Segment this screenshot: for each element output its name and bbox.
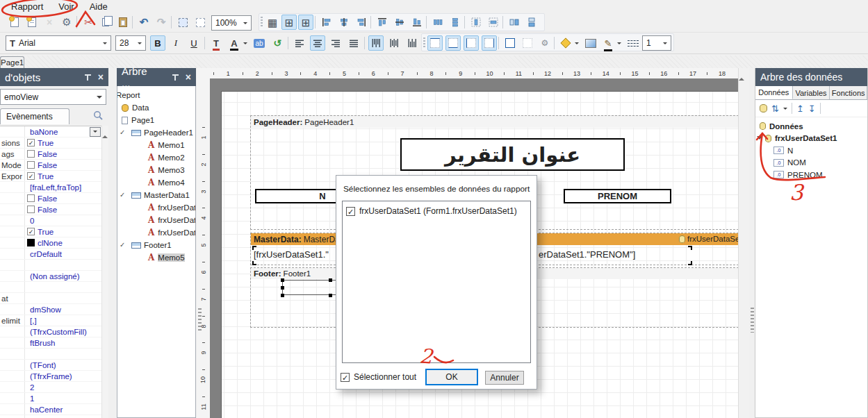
ok-button[interactable]: OK <box>425 369 478 385</box>
splitter-handle[interactable] <box>751 308 754 333</box>
property-row[interactable] <box>0 349 101 360</box>
frame-top-button[interactable] <box>427 35 443 51</box>
property-row[interactable]: haCenter <box>0 404 101 415</box>
delete-page-button[interactable]: × <box>42 15 57 30</box>
checkbox[interactable] <box>27 194 35 202</box>
tree-item[interactable]: Memo5 <box>117 251 195 264</box>
frame-bottom-button[interactable] <box>445 35 461 51</box>
redo-button[interactable]: ↷ <box>154 15 169 30</box>
dataset-listbox[interactable]: frxUserDataSet1 (Form1.frxUserDataSet1) <box>342 201 531 363</box>
text-align-left-button[interactable] <box>292 35 307 51</box>
rotation-button[interactable]: ↺ <box>270 35 285 51</box>
vertical-align-center-button[interactable] <box>386 35 402 51</box>
fill-color-button[interactable]: A <box>227 35 242 51</box>
checkbox[interactable] <box>27 150 35 158</box>
dataset-checkbox[interactable] <box>346 207 355 216</box>
dropdown-button[interactable] <box>90 127 101 137</box>
space-horizontally-button[interactable] <box>430 15 445 30</box>
property-row[interactable]: ftBrush <box>0 337 101 349</box>
checkbox[interactable] <box>27 139 35 147</box>
property-row[interactable]: elimit [,] <box>0 315 101 326</box>
tree-item[interactable]: frxUserData <box>117 226 195 239</box>
pin-icon[interactable] <box>172 74 179 81</box>
copy-button[interactable] <box>98 15 113 30</box>
resize-handle[interactable] <box>281 294 284 297</box>
expander-icon[interactable] <box>757 136 762 142</box>
undo-button[interactable]: ↶ <box>136 15 152 30</box>
property-row[interactable]: 2 <box>0 382 101 393</box>
frame-all-button[interactable] <box>502 35 518 51</box>
property-row[interactable]: sions True <box>0 137 101 149</box>
tree-item[interactable]: Page1 <box>117 114 195 126</box>
show-grid-button[interactable]: ▦ <box>265 15 280 30</box>
report-title-memo[interactable]: عنوان التقرير <box>400 138 625 171</box>
dataset-node[interactable]: frxUserDataSet1 <box>755 133 867 145</box>
pin-icon[interactable] <box>85 74 91 81</box>
font-color-button[interactable]: T <box>208 35 224 51</box>
frame-left-button[interactable] <box>464 35 479 51</box>
center-horizontally-button[interactable] <box>468 15 484 30</box>
underline-button[interactable]: U <box>186 35 202 51</box>
field-memo-left[interactable]: [frxUserDataSet1." <box>254 249 329 260</box>
menu-aide[interactable]: Aide <box>90 1 108 12</box>
property-row[interactable] <box>0 282 101 293</box>
field-node[interactable]: NOM <box>755 157 867 169</box>
frame-width-select[interactable]: 1 <box>642 35 671 51</box>
background-fill-dropdown[interactable] <box>573 35 581 51</box>
close-icon[interactable]: × <box>98 72 104 82</box>
tree-item[interactable]: Report <box>117 89 195 101</box>
vertical-align-bottom-button[interactable] <box>404 35 420 51</box>
frame-style-button[interactable] <box>625 35 641 51</box>
checkbox[interactable] <box>27 172 35 180</box>
page-tab[interactable]: Page1 <box>0 56 24 68</box>
close-icon[interactable]: × <box>186 72 191 82</box>
checkbox[interactable] <box>27 161 35 169</box>
select-all-checkbox[interactable] <box>341 373 350 382</box>
property-row[interactable]: (TfrxCustomFill) <box>0 326 101 337</box>
frame-color-button[interactable]: ✎ <box>600 35 616 51</box>
new-page-button[interactable] <box>24 15 40 30</box>
resize-handle[interactable] <box>329 278 332 282</box>
property-row[interactable]: ags False <box>0 149 101 160</box>
property-row[interactable]: False <box>0 193 101 204</box>
data-root-node[interactable]: Données <box>755 120 867 133</box>
property-row[interactable]: baNone <box>0 126 101 137</box>
highlight-button[interactable]: ab <box>252 35 267 51</box>
splitter-handle[interactable] <box>198 308 202 331</box>
settings-button[interactable]: ⚙ <box>59 15 74 30</box>
frame-right-button[interactable] <box>482 35 497 51</box>
background-fill-button[interactable] <box>558 35 573 51</box>
frame-none-button[interactable] <box>520 35 535 51</box>
same-width-button[interactable] <box>507 15 522 30</box>
align-middles-button[interactable] <box>392 15 407 30</box>
resize-handle[interactable] <box>281 278 284 282</box>
paste-button[interactable] <box>115 15 131 30</box>
data-tree-tab[interactable]: Fonctions <box>830 86 867 99</box>
property-row[interactable]: 0.50 <box>0 415 101 418</box>
fill-color-dropdown[interactable] <box>241 35 249 51</box>
object-selector[interactable]: emoView <box>0 89 106 105</box>
property-row[interactable]: clNone <box>0 237 101 249</box>
space-vertically-button[interactable] <box>448 15 463 30</box>
cut-button[interactable]: ✂ <box>81 15 96 30</box>
align-tops-button[interactable] <box>375 15 390 30</box>
font-name-select[interactable]: TArial <box>6 35 111 51</box>
property-row[interactable]: True <box>0 226 101 237</box>
data-tree-tab[interactable]: Variables <box>793 86 830 99</box>
resize-handle[interactable] <box>281 286 284 290</box>
cancel-button[interactable]: Annuler <box>485 371 524 385</box>
tree-item[interactable]: frxUserData <box>117 214 195 226</box>
property-row[interactable]: 1 <box>0 393 101 404</box>
tree-item[interactable]: Footer1 <box>117 239 195 251</box>
field-node[interactable]: N <box>755 144 867 157</box>
property-row[interactable]: [fraLeft,fraTop] <box>0 182 101 193</box>
text-align-center-button[interactable] <box>310 35 325 51</box>
same-height-button[interactable] <box>524 15 539 30</box>
align-rights-button[interactable] <box>354 15 369 30</box>
expand-all-icon[interactable]: ↧ <box>808 103 816 114</box>
checkbox[interactable] <box>27 239 35 246</box>
data-tree-tab[interactable]: Données <box>755 86 793 99</box>
property-row[interactable] <box>0 260 101 271</box>
property-row[interactable]: Mode False <box>0 160 101 171</box>
property-row[interactable]: (Non assigné) <box>0 271 101 282</box>
